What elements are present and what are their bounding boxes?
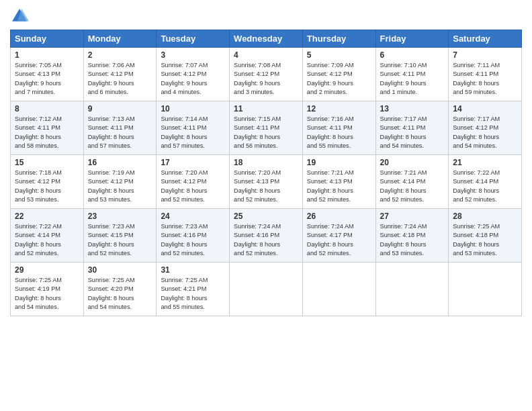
day-number: 12 — [307, 104, 371, 113]
weekday-header-sunday: Sunday — [11, 30, 84, 48]
day-info: Sunrise: 7:25 AMSunset: 4:21 PMDaylight:… — [161, 276, 225, 312]
day-number: 18 — [234, 158, 298, 167]
day-number: 24 — [161, 212, 225, 221]
day-number: 19 — [307, 158, 371, 167]
day-info: Sunrise: 7:17 AMSunset: 4:11 PMDaylight:… — [380, 115, 445, 150]
day-info: Sunrise: 7:07 AMSunset: 4:12 PMDaylight:… — [161, 61, 225, 97]
calendar-cell: 31Sunrise: 7:25 AMSunset: 4:21 PMDayligh… — [157, 263, 230, 316]
day-info: Sunrise: 7:13 AMSunset: 4:11 PMDaylight:… — [88, 115, 152, 150]
day-info: Sunrise: 7:09 AMSunset: 4:12 PMDaylight:… — [307, 61, 371, 97]
day-number: 13 — [380, 104, 445, 113]
calendar-cell: 28Sunrise: 7:25 AMSunset: 4:18 PMDayligh… — [449, 209, 522, 263]
day-info: Sunrise: 7:18 AMSunset: 4:12 PMDaylight:… — [15, 169, 79, 204]
calendar-cell: 30Sunrise: 7:25 AMSunset: 4:20 PMDayligh… — [83, 263, 157, 316]
calendar-cell: 5Sunrise: 7:09 AMSunset: 4:12 PMDaylight… — [302, 48, 375, 101]
calendar-cell: 26Sunrise: 7:24 AMSunset: 4:17 PMDayligh… — [302, 209, 375, 263]
calendar-cell: 10Sunrise: 7:14 AMSunset: 4:11 PMDayligh… — [157, 101, 230, 155]
calendar-cell: 19Sunrise: 7:21 AMSunset: 4:13 PMDayligh… — [302, 155, 375, 209]
day-number: 11 — [234, 104, 298, 113]
day-info: Sunrise: 7:16 AMSunset: 4:11 PMDaylight:… — [307, 115, 371, 150]
calendar-cell — [230, 263, 303, 316]
calendar-cell: 23Sunrise: 7:23 AMSunset: 4:15 PMDayligh… — [83, 209, 157, 263]
day-number: 7 — [453, 50, 517, 60]
day-number: 14 — [453, 104, 517, 113]
calendar-cell: 27Sunrise: 7:24 AMSunset: 4:18 PMDayligh… — [375, 209, 449, 263]
header — [10, 7, 522, 26]
week-row-3: 22Sunrise: 7:22 AMSunset: 4:14 PMDayligh… — [11, 209, 522, 263]
calendar-cell: 6Sunrise: 7:10 AMSunset: 4:11 PMDaylight… — [375, 48, 449, 101]
calendar-cell: 21Sunrise: 7:22 AMSunset: 4:14 PMDayligh… — [449, 155, 522, 209]
day-number: 16 — [88, 158, 152, 167]
day-number: 2 — [88, 50, 152, 60]
day-number: 20 — [380, 158, 445, 167]
weekday-header-row: SundayMondayTuesdayWednesdayThursdayFrid… — [11, 30, 522, 48]
day-number: 22 — [15, 212, 79, 221]
calendar-cell — [302, 263, 375, 316]
day-info: Sunrise: 7:12 AMSunset: 4:11 PMDaylight:… — [15, 115, 79, 150]
day-info: Sunrise: 7:21 AMSunset: 4:13 PMDaylight:… — [307, 169, 371, 204]
day-number: 8 — [15, 104, 79, 113]
day-info: Sunrise: 7:11 AMSunset: 4:11 PMDaylight:… — [453, 61, 517, 97]
calendar-cell: 25Sunrise: 7:24 AMSunset: 4:16 PMDayligh… — [230, 209, 303, 263]
day-info: Sunrise: 7:24 AMSunset: 4:16 PMDaylight:… — [234, 222, 298, 258]
calendar-cell: 14Sunrise: 7:17 AMSunset: 4:12 PMDayligh… — [449, 101, 522, 155]
calendar-cell: 24Sunrise: 7:23 AMSunset: 4:16 PMDayligh… — [157, 209, 230, 263]
calendar-table: SundayMondayTuesdayWednesdayThursdayFrid… — [10, 30, 522, 316]
day-number: 5 — [307, 50, 371, 60]
day-number: 28 — [453, 212, 517, 221]
day-number: 23 — [88, 212, 152, 221]
day-info: Sunrise: 7:25 AMSunset: 4:18 PMDaylight:… — [453, 222, 517, 258]
calendar-cell: 1Sunrise: 7:05 AMSunset: 4:13 PMDaylight… — [11, 48, 84, 101]
calendar-cell: 2Sunrise: 7:06 AMSunset: 4:12 PMDaylight… — [83, 48, 157, 101]
calendar-cell: 12Sunrise: 7:16 AMSunset: 4:11 PMDayligh… — [302, 101, 375, 155]
weekday-header-tuesday: Tuesday — [157, 30, 230, 48]
day-info: Sunrise: 7:14 AMSunset: 4:11 PMDaylight:… — [161, 115, 225, 150]
day-info: Sunrise: 7:25 AMSunset: 4:20 PMDaylight:… — [88, 276, 152, 312]
page: SundayMondayTuesdayWednesdayThursdayFrid… — [0, 0, 532, 411]
day-info: Sunrise: 7:25 AMSunset: 4:19 PMDaylight:… — [15, 276, 79, 312]
day-number: 26 — [307, 212, 371, 221]
calendar-cell: 15Sunrise: 7:18 AMSunset: 4:12 PMDayligh… — [11, 155, 84, 209]
day-number: 3 — [161, 50, 225, 60]
weekday-header-thursday: Thursday — [302, 30, 375, 48]
calendar-cell: 22Sunrise: 7:22 AMSunset: 4:14 PMDayligh… — [11, 209, 84, 263]
day-info: Sunrise: 7:23 AMSunset: 4:16 PMDaylight:… — [161, 222, 225, 258]
day-number: 1 — [15, 50, 79, 60]
day-number: 29 — [15, 265, 79, 275]
day-number: 6 — [380, 50, 445, 60]
day-info: Sunrise: 7:05 AMSunset: 4:13 PMDaylight:… — [15, 61, 79, 97]
day-info: Sunrise: 7:15 AMSunset: 4:11 PMDaylight:… — [234, 115, 298, 150]
calendar-cell: 9Sunrise: 7:13 AMSunset: 4:11 PMDaylight… — [83, 101, 157, 155]
day-info: Sunrise: 7:17 AMSunset: 4:12 PMDaylight:… — [453, 115, 517, 150]
calendar-cell: 11Sunrise: 7:15 AMSunset: 4:11 PMDayligh… — [230, 101, 303, 155]
week-row-0: 1Sunrise: 7:05 AMSunset: 4:13 PMDaylight… — [11, 48, 522, 101]
weekday-header-wednesday: Wednesday — [230, 30, 303, 48]
logo-icon — [10, 7, 29, 26]
day-number: 4 — [234, 50, 298, 60]
calendar-cell: 17Sunrise: 7:20 AMSunset: 4:12 PMDayligh… — [157, 155, 230, 209]
calendar-cell: 16Sunrise: 7:19 AMSunset: 4:12 PMDayligh… — [83, 155, 157, 209]
weekday-header-saturday: Saturday — [449, 30, 522, 48]
day-info: Sunrise: 7:19 AMSunset: 4:12 PMDaylight:… — [88, 169, 152, 204]
week-row-2: 15Sunrise: 7:18 AMSunset: 4:12 PMDayligh… — [11, 155, 522, 209]
day-number: 17 — [161, 158, 225, 167]
day-info: Sunrise: 7:20 AMSunset: 4:13 PMDaylight:… — [234, 169, 298, 204]
day-info: Sunrise: 7:22 AMSunset: 4:14 PMDaylight:… — [15, 222, 79, 258]
weekday-header-friday: Friday — [375, 30, 449, 48]
day-number: 27 — [380, 212, 445, 221]
calendar-cell: 7Sunrise: 7:11 AMSunset: 4:11 PMDaylight… — [449, 48, 522, 101]
calendar-cell: 8Sunrise: 7:12 AMSunset: 4:11 PMDaylight… — [11, 101, 84, 155]
weekday-header-monday: Monday — [83, 30, 157, 48]
day-number: 31 — [161, 265, 225, 275]
day-number: 30 — [88, 265, 152, 275]
calendar-cell: 13Sunrise: 7:17 AMSunset: 4:11 PMDayligh… — [375, 101, 449, 155]
day-info: Sunrise: 7:24 AMSunset: 4:17 PMDaylight:… — [307, 222, 371, 258]
day-number: 15 — [15, 158, 79, 167]
day-number: 9 — [88, 104, 152, 113]
day-info: Sunrise: 7:24 AMSunset: 4:18 PMDaylight:… — [380, 222, 445, 258]
calendar-cell: 20Sunrise: 7:21 AMSunset: 4:14 PMDayligh… — [375, 155, 449, 209]
day-number: 25 — [234, 212, 298, 221]
day-number: 21 — [453, 158, 517, 167]
calendar-cell: 18Sunrise: 7:20 AMSunset: 4:13 PMDayligh… — [230, 155, 303, 209]
logo — [10, 7, 32, 26]
